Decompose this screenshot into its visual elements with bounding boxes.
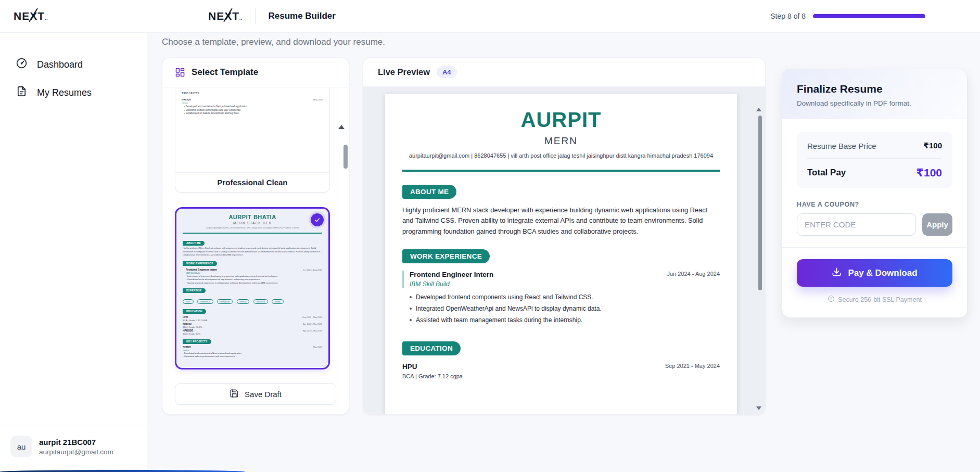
thumb-bullet: Collaborated on feature development and … (184, 112, 323, 114)
template-list: PROJECTS nextcv May 2025 next js Develop… (162, 87, 349, 376)
select-template-title: Select Template (192, 67, 258, 78)
thumb-education-entry: HPBOSE 10th | Grade: 70% Apr 2018 - Mar … (183, 329, 322, 335)
thumb-work-company: IBM Skill Build (186, 272, 322, 274)
thumb-education-entry: hpbose 12th | Grade: 76.4% Apr 2020 - Ma… (183, 323, 322, 328)
total-pay-label: Total Pay (807, 168, 846, 178)
select-template-header: Select Template (162, 58, 349, 87)
sidebar-logo: NEXT.. (0, 0, 147, 33)
skill-chip: node.js (237, 299, 250, 304)
finalize-subtitle: Download specifically in PDF format. (797, 99, 952, 107)
sidebar-item-my-resumes[interactable]: My Resumes (10, 79, 136, 107)
skill-chip: nextjs (272, 299, 283, 304)
thumb-resume-name: AURPIT BHATIA (183, 214, 322, 220)
thumb-work-role: Frontend Engineer Intern (186, 268, 217, 271)
pay-button-label: Pay & Download (848, 268, 917, 278)
coupon-code-input[interactable] (797, 213, 916, 236)
education-section-pill: EDUCATION (402, 341, 461, 355)
template-option-selected[interactable]: AURPIT BHATIA MERN STACK DEV aurpitaurpi… (175, 207, 330, 369)
thumb-section-heading: PROJECTS (182, 92, 323, 96)
header-divider (255, 8, 256, 24)
thumb-project-date: May 2025 (313, 98, 323, 101)
template-list-scroll-up[interactable] (338, 125, 345, 129)
thumb-project-tech: next js (182, 101, 323, 104)
triangle-up-icon (338, 125, 345, 129)
thumb-bullet: Developed and maintained a Next.js-based… (183, 352, 322, 354)
page-title: Resume Builder (268, 11, 335, 21)
thumb-school-detail: 12th | Grade: 76.4% (183, 326, 202, 328)
template-option-professional-clean[interactable]: PROJECTS nextcv May 2025 next js Develop… (175, 87, 330, 193)
thumb-project-tech: next js (183, 349, 322, 351)
finalize-resume-panel: Finalize Resume Download specifically in… (782, 69, 968, 318)
a4-badge: A4 (437, 66, 457, 78)
thumb-bullet: Contributed to the development of key fe… (186, 278, 322, 280)
work-role: Frontend Engineer Intern (410, 271, 493, 278)
resume-role: MERN (402, 135, 720, 147)
secure-payment-label: Secure 256-bit SSL Payment (838, 296, 922, 303)
info-circle-icon (828, 295, 835, 304)
sidebar-item-dashboard[interactable]: Dashboard (10, 50, 136, 79)
step-progress: Step 8 of 8 (770, 12, 925, 20)
education-detail: BCA | Grade: 7.12 cgpa (402, 373, 720, 379)
topbar: NEXT.. Resume Builder Step 8 of 8 (147, 0, 980, 33)
next-logo-suffix: .. (45, 16, 48, 21)
thumb-bullet: Optimized website performance and user e… (183, 355, 322, 358)
price-summary-box: Resume Base Price ₹100 Total Pay ₹100 (797, 132, 952, 188)
thumb-project-title: nextcv (183, 345, 191, 348)
coupon-row: Apply (797, 213, 952, 236)
thumb-work-pill: WORK EXPERIENCE (183, 261, 217, 266)
user-name: aurpit 21BC007 (39, 438, 113, 447)
preview-scroll-area[interactable]: AURPIT MERN aurpitaurpit@gmail.com | 862… (363, 87, 765, 414)
education-entry: HPU Sep 2021 - May 2024 (402, 363, 720, 371)
progress-bar-track (813, 14, 925, 18)
template-list-scrollbar-thumb[interactable] (343, 145, 348, 169)
preview-scroll-up[interactable] (756, 108, 761, 111)
save-draft-button[interactable]: Save Draft (175, 383, 336, 405)
preview-scroll-down[interactable] (756, 406, 761, 410)
base-price-value: ₹100 (924, 141, 942, 150)
topbar-logo-suffix: .. (239, 16, 243, 21)
work-entry-header: Frontend Engineer Intern IBM Skill Build… (402, 271, 720, 288)
thumb-work-entry: Frontend Engineer Intern Jun 2024 - Aug … (183, 268, 322, 284)
thumb-edu-date: Apr 2020 - Mar 2021 (303, 323, 322, 328)
dashboard-gauge-icon (16, 57, 28, 72)
work-company: IBM Skill Build (410, 280, 493, 288)
user-email: aurpitaurpit@gmail.com (39, 448, 113, 456)
layout-grid-icon (175, 67, 185, 78)
thumb-school: HPU (183, 316, 207, 318)
thumb-project-title: nextcv (182, 98, 191, 101)
thumb-about-pill: ABOUT ME (183, 241, 205, 246)
thumb-education-pill: EDUCATION (183, 309, 206, 314)
select-template-panel: Select Template PROJECTS nextcv May 2025… (162, 57, 349, 415)
next-logo: NEXT.. (14, 10, 48, 22)
avatar: au (10, 436, 32, 457)
bottom-edge-decoration (0, 470, 245, 472)
resume-page: AURPIT MERN aurpitaurpit@gmail.com | 862… (385, 94, 737, 414)
education-school: HPU (402, 363, 417, 371)
pay-and-download-button[interactable]: Pay & Download (797, 259, 952, 287)
thumb-school: HPBOSE (183, 329, 200, 332)
thumb-edu-date: Sep 2021 - May 2024 (302, 316, 322, 322)
thumb-skill-chips: react Express.js MongoDB node.js socket.… (183, 295, 322, 305)
coupon-label: HAVE A COUPON? (797, 201, 952, 208)
sidebar: NEXT.. Dashboard My Resumes au aurpit 21… (0, 0, 147, 472)
template-name-label: Professional Clean (175, 172, 329, 192)
thumb-school: hpbose (183, 323, 202, 325)
work-bullet: Integrated OpenWeatherApi and NewsAPi to… (410, 305, 720, 312)
thumb-projects-pill: KEY PROJECTS (183, 339, 211, 344)
secure-payment-note: Secure 256-bit SSL Payment (797, 295, 952, 304)
thumb-resume-role: MERN STACK DEV (183, 221, 322, 225)
work-bullet-list: Developed frontend components using Reac… (402, 294, 720, 324)
thumb-bullet: Developed and maintained a Next.js-based… (184, 105, 323, 108)
skill-chip: MongoDB (217, 299, 233, 304)
work-experience-section-pill: WORK EXPERIENCE (402, 249, 490, 263)
document-icon (16, 85, 28, 100)
preview-scrollbar-thumb[interactable] (758, 116, 762, 290)
apply-coupon-button[interactable]: Apply (922, 213, 952, 236)
thumb-education-entry: HPU BCA | Grade: 7.12 CGPA Sep 2021 - Ma… (183, 316, 322, 322)
save-draft-label: Save Draft (245, 390, 282, 399)
thumb-bullet: Led a team of interns in developing a re… (186, 275, 322, 277)
sidebar-nav: Dashboard My Resumes (0, 50, 147, 107)
thumb-resume-contact: aurpitaurpit@gmail.com | +918628047655 |… (183, 226, 322, 229)
sidebar-user-card[interactable]: au aurpit 21BC007 aurpitaurpit@gmail.com (0, 426, 147, 472)
price-divider (807, 158, 942, 159)
